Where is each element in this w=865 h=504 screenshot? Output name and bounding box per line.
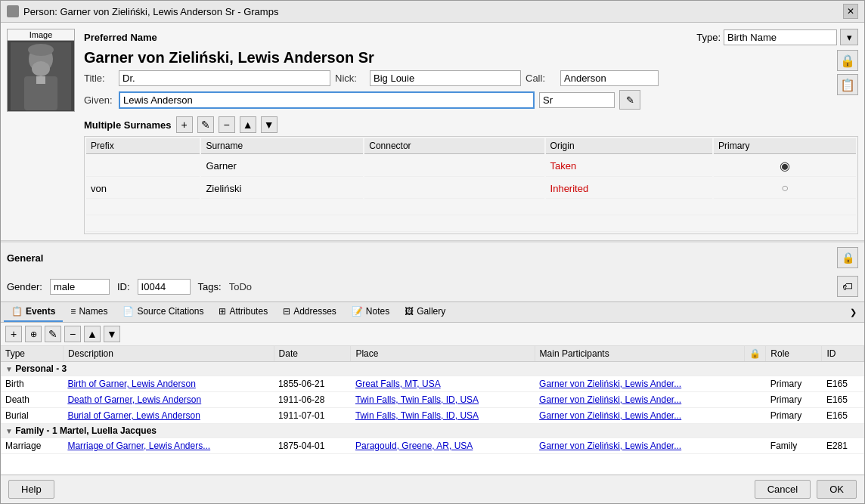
general-row: Gender: male female unknown ID: Tags: To… — [1, 273, 864, 301]
svg-rect-5 — [36, 76, 45, 84]
tab-gallery-icon: 🖼 — [405, 306, 414, 317]
tab-addresses[interactable]: ⊟ Addresses — [275, 302, 344, 322]
surnames-add-button[interactable]: + — [176, 116, 193, 133]
id-input[interactable] — [138, 279, 191, 295]
cancel-button[interactable]: Cancel — [755, 480, 811, 499]
bookmark-button[interactable]: 🏷 — [837, 276, 858, 297]
event-remove-button[interactable]: − — [64, 326, 81, 342]
nick-label: Nick: — [335, 73, 365, 84]
help-button[interactable]: Help — [8, 480, 54, 499]
event-share-button[interactable]: ⊕ — [25, 326, 42, 342]
given-edit-button[interactable]: ✎ — [619, 90, 640, 110]
table-row[interactable]: Burial Burial of Garner, Lewis Anderson … — [1, 408, 864, 424]
event-up-button[interactable]: ▲ — [84, 326, 101, 342]
event-down-button[interactable]: ▼ — [104, 326, 120, 342]
col-date: Date — [274, 346, 351, 362]
general-copy-button[interactable]: 🔒 — [837, 247, 858, 268]
tab-attributes-icon: ⊞ — [219, 306, 226, 317]
cell-surname: Zieliński — [201, 178, 363, 199]
table-row[interactable]: Marriage Marriage of Garner, Lewis Ander… — [1, 438, 864, 454]
tab-notes[interactable]: 📝 Notes — [344, 302, 397, 322]
title-input[interactable] — [119, 70, 330, 86]
image-box: Image — [7, 29, 75, 112]
ok-button[interactable]: OK — [817, 480, 857, 499]
events-toolbar: + ⊕ ✎ − ▲ ▼ — [1, 323, 864, 346]
event-type: Marriage — [1, 438, 63, 454]
event-type: Burial — [1, 408, 63, 424]
given-label: Given: — [84, 94, 114, 106]
event-description-link[interactable]: Birth of Garner, Lewis Anderson — [67, 379, 195, 389]
close-button[interactable]: ✕ — [843, 4, 858, 19]
gender-select[interactable]: male female unknown — [50, 279, 110, 295]
person-silhouette-svg — [11, 42, 71, 110]
event-edit-button[interactable]: ✎ — [45, 326, 61, 342]
col-prefix: Prefix — [86, 138, 200, 154]
event-date: 1875-04-01 — [274, 438, 351, 454]
type-dropdown-button[interactable]: ▾ — [840, 29, 858, 45]
tab-notes-label: Notes — [366, 306, 389, 317]
type-input[interactable] — [724, 29, 837, 45]
event-description-link[interactable]: Death of Garner, Lewis Anderson — [67, 394, 201, 405]
tab-names[interactable]: ≡ Names — [63, 302, 115, 322]
nick-input[interactable] — [370, 70, 521, 86]
tab-events[interactable]: 📋 Events — [4, 302, 63, 322]
event-description-link[interactable]: Marriage of Garner, Lewis Anders... — [67, 441, 210, 451]
cell-connector — [364, 178, 544, 199]
call-input[interactable] — [560, 70, 659, 86]
event-place-link[interactable]: Paragould, Greene, AR, USA — [355, 441, 473, 451]
tab-attributes-label: Attributes — [229, 306, 268, 317]
gender-dropdown-wrapper: male female unknown — [50, 279, 110, 295]
event-participants-link[interactable]: Garner von Zieliński, Lewis Ander... — [539, 410, 681, 421]
event-place: Paragould, Greene, AR, USA — [351, 438, 535, 454]
event-participants-link[interactable]: Garner von Zieliński, Lewis Ander... — [539, 441, 681, 451]
event-place-link[interactable]: Great Falls, MT, USA — [355, 379, 441, 389]
given-input[interactable] — [119, 91, 535, 109]
event-description: Death of Garner, Lewis Anderson — [63, 392, 274, 408]
surnames-up-button[interactable]: ▲ — [240, 116, 256, 133]
event-id: E165 — [822, 376, 864, 392]
table-row[interactable]: Garner Taken ◉ — [86, 156, 856, 177]
event-description: Birth of Garner, Lewis Anderson — [63, 376, 274, 392]
preferred-name-title: Preferred Name — [84, 32, 157, 43]
lock-icons: 🔒 📋 — [837, 50, 858, 95]
suffix-input[interactable] — [539, 92, 615, 108]
col-connector: Connector — [364, 138, 544, 154]
surnames-down-button[interactable]: ▼ — [261, 116, 277, 133]
family-name: Martel, Luella Jacques — [60, 425, 157, 436]
table-row[interactable]: Death Death of Garner, Lewis Anderson 19… — [1, 392, 864, 408]
copy-button-2[interactable]: 📋 — [837, 74, 858, 95]
event-add-button[interactable]: + — [5, 326, 22, 342]
general-section: General 🔒 Gender: male female unknown ID… — [1, 241, 864, 301]
general-right-icon[interactable]: 🏷 — [837, 276, 858, 297]
event-participants-link[interactable]: Garner von Zieliński, Lewis Ander... — [539, 394, 681, 405]
event-description-link[interactable]: Burial of Garner, Lewis Anderson — [67, 410, 200, 421]
event-place-link[interactable]: Twin Falls, Twin Falls, ID, USA — [355, 394, 479, 405]
col-place: Place — [351, 346, 535, 362]
col-surname: Surname — [201, 138, 363, 154]
surnames-remove-button[interactable]: − — [219, 116, 235, 133]
table-row[interactable]: Birth Birth of Garner, Lewis Anderson 18… — [1, 376, 864, 392]
table-row[interactable]: von Zieliński Inherited ○ — [86, 178, 856, 199]
radio-selected-icon: ◉ — [780, 159, 790, 172]
copy-button-1[interactable]: 🔒 — [837, 50, 858, 71]
tab-gallery[interactable]: 🖼 Gallery — [397, 302, 453, 322]
tab-events-label: Events — [26, 306, 55, 317]
window-title: Person: Garner von Zielińśki, Lewis Ande… — [23, 6, 278, 17]
top-section: Image P — [1, 23, 864, 241]
events-table-wrapper[interactable]: Type Description Date Place Main Partici… — [1, 346, 864, 475]
tabs-scroll-right[interactable]: ❯ — [845, 308, 861, 317]
cell-primary[interactable]: ○ — [714, 178, 856, 199]
gender-label: Gender: — [7, 281, 42, 292]
event-description: Burial of Garner, Lewis Anderson — [63, 408, 274, 424]
event-place: Twin Falls, Twin Falls, ID, USA — [351, 392, 535, 408]
tab-source-citations[interactable]: 📄 Source Citations — [115, 302, 211, 322]
surnames-edit-button[interactable]: ✎ — [197, 116, 214, 133]
group-arrow-icon: ▼ — [5, 427, 13, 435]
tab-attributes[interactable]: ⊞ Attributes — [211, 302, 275, 322]
given-row: Given: ✎ — [84, 90, 858, 110]
event-participants-link[interactable]: Garner von Zieliński, Lewis Ander... — [539, 379, 681, 389]
cell-primary[interactable]: ◉ — [714, 156, 856, 177]
event-place-link[interactable]: Twin Falls, Twin Falls, ID, USA — [355, 410, 479, 421]
titlebar: Person: Garner von Zielińśki, Lewis Ande… — [1, 1, 864, 23]
event-place: Great Falls, MT, USA — [351, 376, 535, 392]
